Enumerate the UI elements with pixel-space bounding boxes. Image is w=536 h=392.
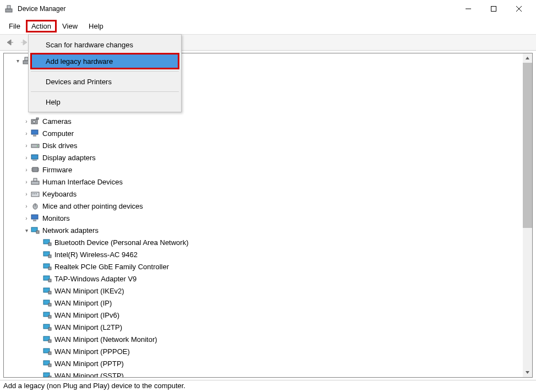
network-adapter-icon <box>42 262 52 271</box>
tree-label: Display adapters <box>42 154 96 162</box>
back-button[interactable] <box>3 36 17 49</box>
tree-label: WAN Miniport (PPPOE) <box>54 347 130 356</box>
svg-rect-3 <box>491 7 496 12</box>
scrollbar[interactable] <box>523 53 532 377</box>
titlebar: Device Manager <box>0 0 536 18</box>
tree-label: Bluetooth Device (Personal Area Network) <box>54 238 189 247</box>
chevron-right-icon[interactable]: › <box>23 203 30 209</box>
tree-item-network-device[interactable]: WAN Miniport (SSTP) <box>5 369 532 378</box>
tree-cat-computer[interactable]: › Computer <box>5 127 532 139</box>
tree-label: Monitors <box>42 214 70 222</box>
disk-icon <box>30 141 40 150</box>
menu-action[interactable]: Action <box>26 20 57 32</box>
svg-rect-38 <box>32 193 34 194</box>
firmware-icon <box>30 165 40 174</box>
tree-item-network-device[interactable]: WAN Miniport (IP) <box>5 297 532 309</box>
menu-help[interactable]: Help <box>83 20 109 32</box>
tree-cat-display[interactable]: › Display adapters <box>5 151 532 164</box>
scroll-thumb[interactable] <box>523 63 532 228</box>
network-adapter-icon <box>42 286 52 295</box>
svg-rect-46 <box>36 231 39 233</box>
menu-file[interactable]: File <box>3 20 26 32</box>
tree-label: Human Interface Devices <box>42 178 123 186</box>
tree-item-network-device[interactable]: WAN Miniport (L2TP) <box>5 321 532 333</box>
tree-item-network-device[interactable]: WAN Miniport (PPPOE) <box>5 345 532 357</box>
svg-rect-35 <box>31 181 39 184</box>
menu-devices-printers[interactable]: Devices and Printers <box>30 73 179 90</box>
menu-add-legacy-hardware[interactable]: Add legacy hardware <box>30 53 179 69</box>
network-adapter-icon <box>42 311 52 319</box>
tree-label: WAN Miniport (Network Monitor) <box>54 335 157 344</box>
chevron-right-icon[interactable]: › <box>23 215 30 221</box>
network-adapter-icon <box>30 226 40 235</box>
chevron-down-icon[interactable]: ▾ <box>23 227 30 233</box>
tree-item-network-device[interactable]: WAN Miniport (IPv6) <box>5 309 532 321</box>
network-adapter-icon <box>42 298 52 307</box>
tree-item-network-device[interactable]: Bluetooth Device (Personal Area Network) <box>5 236 532 248</box>
network-adapter-icon <box>42 347 52 356</box>
keyboard-icon <box>30 189 40 198</box>
menu-scan-hardware[interactable]: Scan for hardware changes <box>30 36 179 53</box>
network-adapter-icon <box>42 371 52 378</box>
svg-rect-48 <box>48 243 51 246</box>
svg-rect-60 <box>48 315 51 318</box>
svg-rect-66 <box>48 352 51 355</box>
chevron-right-icon[interactable]: › <box>23 118 30 124</box>
tree-label: WAN Miniport (IPv6) <box>54 311 119 319</box>
svg-point-25 <box>37 145 38 146</box>
tree-label: Firmware <box>42 166 72 174</box>
menubar: File Action View Help <box>0 18 536 34</box>
chevron-right-icon[interactable]: › <box>23 167 30 173</box>
monitor-icon <box>30 214 40 222</box>
svg-rect-1 <box>7 6 10 9</box>
tree-cat-disk[interactable]: › Disk drives <box>5 139 532 151</box>
tree-label: WAN Miniport (L2TP) <box>54 323 122 331</box>
menu-view[interactable]: View <box>57 20 83 32</box>
svg-rect-68 <box>48 364 51 367</box>
svg-rect-62 <box>48 328 51 330</box>
tree-label: Disk drives <box>42 141 78 150</box>
svg-rect-36 <box>34 178 37 181</box>
camera-icon <box>30 117 40 126</box>
tree-label: Realtek PCIe GbE Family Controller <box>54 263 169 271</box>
tree-item-network-device[interactable]: Realtek PCIe GbE Family Controller <box>5 260 532 273</box>
tree-item-network-device[interactable]: WAN Miniport (Network Monitor) <box>5 333 532 345</box>
app-icon <box>4 4 13 13</box>
chevron-right-icon[interactable]: › <box>23 191 30 197</box>
tree-label: Network adapters <box>42 226 99 235</box>
tree-cat-cameras[interactable]: › Cameras <box>5 115 532 127</box>
tree-item-network-device[interactable]: Intel(R) Wireless-AC 9462 <box>5 248 532 260</box>
tree-item-network-device[interactable]: WAN Miniport (IKEv2) <box>5 285 532 297</box>
menu-sep <box>31 71 179 72</box>
scroll-down-arrow[interactable] <box>523 368 532 377</box>
tree-item-network-device[interactable]: WAN Miniport (PPTP) <box>5 357 532 369</box>
tree-cat-network[interactable]: ▾ Network adapters <box>5 224 532 236</box>
chevron-right-icon[interactable]: › <box>23 143 30 149</box>
chevron-right-icon[interactable]: › <box>23 179 30 185</box>
maximize-button[interactable] <box>481 0 506 18</box>
tree-label: WAN Miniport (IKEv2) <box>54 287 124 295</box>
menu-help[interactable]: Help <box>30 94 179 110</box>
svg-rect-50 <box>48 255 51 258</box>
chevron-right-icon[interactable]: › <box>23 155 30 161</box>
svg-rect-40 <box>36 193 37 194</box>
tree-cat-hid[interactable]: › Human Interface Devices <box>5 176 532 188</box>
close-button[interactable] <box>506 0 532 18</box>
tree-cat-mice[interactable]: › Mice and other pointing devices <box>5 200 532 212</box>
chevron-right-icon[interactable]: › <box>23 130 30 137</box>
svg-rect-22 <box>31 130 38 134</box>
tree-cat-firmware[interactable]: › Firmware <box>5 164 532 176</box>
tree-label: WAN Miniport (PPTP) <box>54 360 124 368</box>
svg-rect-27 <box>32 160 37 161</box>
svg-point-20 <box>33 121 36 123</box>
tree-cat-monitors[interactable]: › Monitors <box>5 212 532 224</box>
scroll-up-arrow[interactable] <box>523 53 532 63</box>
tree-cat-keyboards[interactable]: › Keyboards <box>5 188 532 200</box>
minimize-button[interactable] <box>456 0 481 18</box>
chevron-down-icon[interactable]: ▾ <box>14 58 21 64</box>
tree-label: TAP-Windows Adapter V9 <box>54 275 136 283</box>
tree-item-network-device[interactable]: TAP-Windows Adapter V9 <box>5 273 532 285</box>
network-adapter-icon <box>42 238 52 247</box>
tree-label: Cameras <box>42 117 72 126</box>
tree-label: WAN Miniport (IP) <box>54 299 112 307</box>
